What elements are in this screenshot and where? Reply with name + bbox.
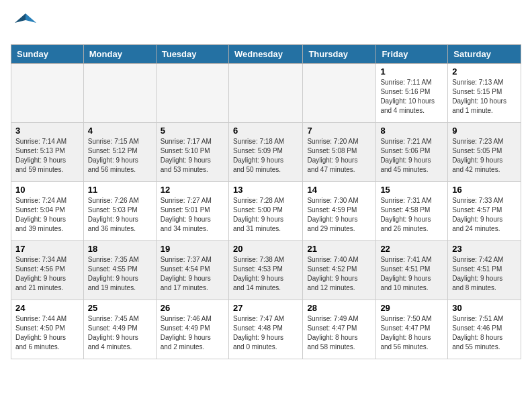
svg-marker-1 <box>15 13 26 23</box>
day-info: Sunrise: 7:24 AM Sunset: 5:04 PM Dayligh… <box>15 196 79 234</box>
day-number: 7 <box>307 126 371 136</box>
day-info: Sunrise: 7:44 AM Sunset: 4:50 PM Dayligh… <box>15 314 79 352</box>
day-info: Sunrise: 7:50 AM Sunset: 4:47 PM Dayligh… <box>380 314 443 352</box>
day-cell: 1Sunrise: 7:11 AM Sunset: 5:16 PM Daylig… <box>376 64 448 123</box>
day-cell: 24Sunrise: 7:44 AM Sunset: 4:50 PM Dayli… <box>11 300 84 359</box>
day-cell: 10Sunrise: 7:24 AM Sunset: 5:04 PM Dayli… <box>11 182 84 241</box>
day-cell: 5Sunrise: 7:17 AM Sunset: 5:10 PM Daylig… <box>156 123 228 182</box>
day-info: Sunrise: 7:46 AM Sunset: 4:49 PM Dayligh… <box>161 314 224 352</box>
day-info: Sunrise: 7:41 AM Sunset: 4:51 PM Dayligh… <box>380 255 443 293</box>
week-row-3: 10Sunrise: 7:24 AM Sunset: 5:04 PM Dayli… <box>11 182 521 241</box>
day-cell: 3Sunrise: 7:14 AM Sunset: 5:13 PM Daylig… <box>11 123 84 182</box>
day-number: 6 <box>233 126 298 136</box>
day-cell: 7Sunrise: 7:20 AM Sunset: 5:08 PM Daylig… <box>303 123 376 182</box>
day-number: 20 <box>233 244 298 254</box>
day-info: Sunrise: 7:35 AM Sunset: 4:55 PM Dayligh… <box>88 255 152 293</box>
day-number: 13 <box>233 185 298 195</box>
day-cell: 22Sunrise: 7:41 AM Sunset: 4:51 PM Dayli… <box>376 241 448 300</box>
day-info: Sunrise: 7:33 AM Sunset: 4:57 PM Dayligh… <box>452 196 517 234</box>
day-info: Sunrise: 7:11 AM Sunset: 5:16 PM Dayligh… <box>380 78 443 116</box>
day-cell: 15Sunrise: 7:31 AM Sunset: 4:58 PM Dayli… <box>376 182 448 241</box>
day-number: 4 <box>88 126 152 136</box>
day-number: 26 <box>161 303 224 313</box>
day-info: Sunrise: 7:37 AM Sunset: 4:54 PM Dayligh… <box>161 255 224 293</box>
day-info: Sunrise: 7:30 AM Sunset: 4:59 PM Dayligh… <box>307 196 371 234</box>
day-cell: 11Sunrise: 7:26 AM Sunset: 5:03 PM Dayli… <box>83 182 156 241</box>
day-number: 14 <box>307 185 371 195</box>
day-info: Sunrise: 7:51 AM Sunset: 4:46 PM Dayligh… <box>452 314 517 352</box>
day-number: 5 <box>161 126 224 136</box>
day-cell <box>11 64 84 123</box>
day-cell <box>156 64 228 123</box>
day-info: Sunrise: 7:49 AM Sunset: 4:47 PM Dayligh… <box>307 314 371 352</box>
day-cell: 26Sunrise: 7:46 AM Sunset: 4:49 PM Dayli… <box>156 300 228 359</box>
day-number: 27 <box>233 303 298 313</box>
calendar-table: Sunday Monday Tuesday Wednesday Thursday… <box>11 44 521 359</box>
day-cell: 20Sunrise: 7:38 AM Sunset: 4:53 PM Dayli… <box>228 241 302 300</box>
day-number: 12 <box>161 185 224 195</box>
header-monday: Monday <box>83 45 156 64</box>
logo <box>13 11 40 38</box>
week-row-5: 24Sunrise: 7:44 AM Sunset: 4:50 PM Dayli… <box>11 300 521 359</box>
calendar-container: Sunday Monday Tuesday Wednesday Thursday… <box>0 44 532 365</box>
logo-bird-icon <box>13 11 38 35</box>
day-cell: 30Sunrise: 7:51 AM Sunset: 4:46 PM Dayli… <box>448 300 521 359</box>
calendar-header-row: Sunday Monday Tuesday Wednesday Thursday… <box>11 45 521 64</box>
day-cell: 18Sunrise: 7:35 AM Sunset: 4:55 PM Dayli… <box>83 241 156 300</box>
day-number: 19 <box>161 244 224 254</box>
day-number: 18 <box>88 244 152 254</box>
page-header <box>0 0 532 44</box>
day-cell: 8Sunrise: 7:21 AM Sunset: 5:06 PM Daylig… <box>376 123 448 182</box>
day-info: Sunrise: 7:45 AM Sunset: 4:49 PM Dayligh… <box>88 314 152 352</box>
day-number: 17 <box>15 244 79 254</box>
header-sunday: Sunday <box>11 45 84 64</box>
day-cell <box>83 64 156 123</box>
day-info: Sunrise: 7:23 AM Sunset: 5:05 PM Dayligh… <box>452 137 517 175</box>
week-row-1: 1Sunrise: 7:11 AM Sunset: 5:16 PM Daylig… <box>11 64 521 123</box>
day-cell: 25Sunrise: 7:45 AM Sunset: 4:49 PM Dayli… <box>83 300 156 359</box>
day-cell: 28Sunrise: 7:49 AM Sunset: 4:47 PM Dayli… <box>303 300 376 359</box>
day-info: Sunrise: 7:26 AM Sunset: 5:03 PM Dayligh… <box>88 196 152 234</box>
day-cell: 29Sunrise: 7:50 AM Sunset: 4:47 PM Dayli… <box>376 300 448 359</box>
day-cell: 16Sunrise: 7:33 AM Sunset: 4:57 PM Dayli… <box>448 182 521 241</box>
day-number: 9 <box>452 126 517 136</box>
day-info: Sunrise: 7:13 AM Sunset: 5:15 PM Dayligh… <box>452 78 517 116</box>
week-row-2: 3Sunrise: 7:14 AM Sunset: 5:13 PM Daylig… <box>11 123 521 182</box>
header-saturday: Saturday <box>448 45 521 64</box>
day-cell: 6Sunrise: 7:18 AM Sunset: 5:09 PM Daylig… <box>228 123 302 182</box>
day-number: 16 <box>452 185 517 195</box>
day-info: Sunrise: 7:27 AM Sunset: 5:01 PM Dayligh… <box>161 196 224 234</box>
day-number: 10 <box>15 185 79 195</box>
day-info: Sunrise: 7:21 AM Sunset: 5:06 PM Dayligh… <box>380 137 443 175</box>
day-number: 3 <box>15 126 79 136</box>
day-number: 21 <box>307 244 371 254</box>
day-info: Sunrise: 7:31 AM Sunset: 4:58 PM Dayligh… <box>380 196 443 234</box>
day-number: 24 <box>15 303 79 313</box>
day-info: Sunrise: 7:38 AM Sunset: 4:53 PM Dayligh… <box>233 255 298 293</box>
day-cell: 19Sunrise: 7:37 AM Sunset: 4:54 PM Dayli… <box>156 241 228 300</box>
day-cell <box>303 64 376 123</box>
day-cell: 4Sunrise: 7:15 AM Sunset: 5:12 PM Daylig… <box>83 123 156 182</box>
day-number: 30 <box>452 303 517 313</box>
header-thursday: Thursday <box>303 45 376 64</box>
day-info: Sunrise: 7:14 AM Sunset: 5:13 PM Dayligh… <box>15 137 79 175</box>
day-cell: 17Sunrise: 7:34 AM Sunset: 4:56 PM Dayli… <box>11 241 84 300</box>
day-number: 15 <box>380 185 443 195</box>
day-info: Sunrise: 7:42 AM Sunset: 4:51 PM Dayligh… <box>452 255 517 293</box>
day-info: Sunrise: 7:40 AM Sunset: 4:52 PM Dayligh… <box>307 255 371 293</box>
day-number: 29 <box>380 303 443 313</box>
day-info: Sunrise: 7:34 AM Sunset: 4:56 PM Dayligh… <box>15 255 79 293</box>
day-cell: 13Sunrise: 7:28 AM Sunset: 5:00 PM Dayli… <box>228 182 302 241</box>
day-number: 22 <box>380 244 443 254</box>
day-cell: 21Sunrise: 7:40 AM Sunset: 4:52 PM Dayli… <box>303 241 376 300</box>
header-wednesday: Wednesday <box>228 45 302 64</box>
day-info: Sunrise: 7:17 AM Sunset: 5:10 PM Dayligh… <box>161 137 224 175</box>
day-cell: 27Sunrise: 7:47 AM Sunset: 4:48 PM Dayli… <box>228 300 302 359</box>
day-number: 2 <box>452 66 517 77</box>
week-row-4: 17Sunrise: 7:34 AM Sunset: 4:56 PM Dayli… <box>11 241 521 300</box>
day-cell: 2Sunrise: 7:13 AM Sunset: 5:15 PM Daylig… <box>448 64 521 123</box>
svg-marker-0 <box>26 13 36 23</box>
day-cell <box>228 64 302 123</box>
day-cell: 23Sunrise: 7:42 AM Sunset: 4:51 PM Dayli… <box>448 241 521 300</box>
day-cell: 12Sunrise: 7:27 AM Sunset: 5:01 PM Dayli… <box>156 182 228 241</box>
